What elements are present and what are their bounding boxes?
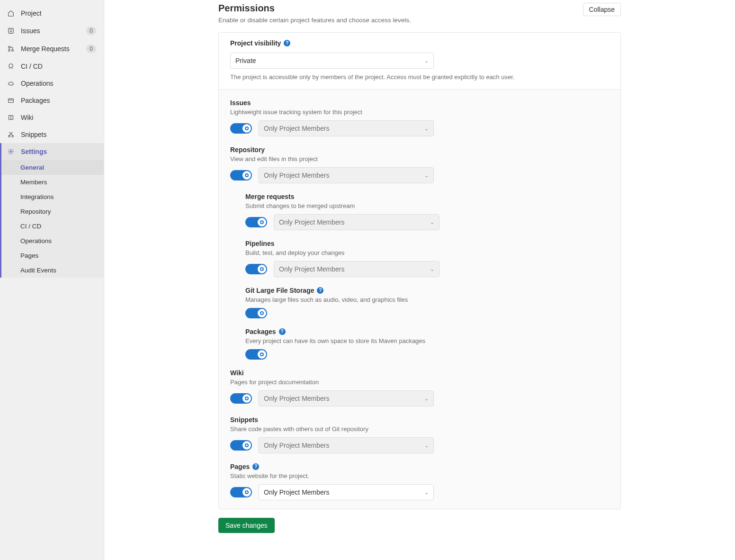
chevron-down-icon: ⌄	[430, 219, 434, 226]
page-title: Permissions	[218, 3, 411, 14]
subnav-repository[interactable]: Repository	[1, 204, 104, 219]
subnav-audit-events[interactable]: Audit Events	[1, 263, 104, 278]
select-value: Only Project Members	[264, 395, 329, 402]
snippets-toggle[interactable]	[230, 440, 252, 451]
cloud-icon	[8, 80, 17, 87]
sidebar-item-packages[interactable]: Packages	[0, 92, 104, 109]
subnav-pages[interactable]: Pages	[1, 248, 104, 263]
help-icon[interactable]: ?	[317, 287, 323, 294]
visibility-select[interactable]: Private ⌄	[230, 53, 434, 69]
svg-point-7	[10, 151, 12, 153]
issues-desc: Lightweight issue tracking system for th…	[230, 108, 609, 116]
issues-toggle[interactable]	[230, 123, 252, 134]
sidebar-item-settings[interactable]: Settings	[0, 143, 104, 160]
lfs-desc: Manages large files such as audio, video…	[245, 296, 609, 303]
package-icon	[8, 97, 17, 104]
repository-toggle[interactable]	[230, 170, 252, 181]
wiki-toggle[interactable]	[230, 393, 252, 404]
collapse-button[interactable]: Collapse	[583, 3, 621, 16]
select-value: Only Project Members	[264, 172, 329, 179]
snippets-desc: Share code pastes with others out of Git…	[230, 425, 609, 433]
page-subtitle: Enable or disable certain project featur…	[218, 17, 411, 24]
sidebar-badge: 0	[86, 45, 96, 53]
wiki-title: Wiki	[230, 369, 244, 377]
svg-point-3	[12, 50, 14, 52]
sidebar-item-label: Operations	[21, 80, 96, 87]
sidebar-item-label: Wiki	[21, 114, 96, 121]
wiki-desc: Pages for project documentation	[230, 379, 609, 386]
sidebar-item-issues[interactable]: Issues 0	[0, 22, 104, 40]
sidebar-item-label: Snippets	[21, 131, 96, 138]
pipelines-access-select[interactable]: Only Project Members ⌄	[274, 261, 439, 277]
chevron-down-icon: ⌄	[424, 58, 429, 64]
select-value: Only Project Members	[264, 488, 329, 496]
subnav-members[interactable]: Members	[1, 175, 104, 190]
issues-title: Issues	[230, 99, 251, 107]
sidebar-item-snippets[interactable]: Snippets	[0, 126, 104, 143]
merge-icon	[8, 45, 17, 53]
pipelines-desc: Build, test, and deploy your changes	[245, 249, 609, 256]
repository-desc: View and edit files in this project	[230, 155, 609, 163]
select-value: Only Project Members	[264, 442, 329, 449]
sidebar-item-cicd[interactable]: CI / CD	[0, 58, 104, 75]
select-value: Only Project Members	[279, 265, 344, 273]
chevron-down-icon: ⌄	[424, 489, 429, 496]
select-value: Private	[235, 57, 256, 64]
chevron-down-icon: ⌄	[424, 172, 429, 179]
svg-rect-4	[9, 99, 14, 103]
sidebar-item-label: Issues	[21, 27, 86, 35]
gear-icon	[8, 148, 17, 155]
mr-desc: Submit changes to be merged upstream	[245, 202, 609, 209]
sidebar-item-label: Packages	[21, 97, 96, 104]
sidebar: Project Issues 0 Merge Requests 0 CI / C…	[0, 0, 104, 560]
wiki-access-select[interactable]: Only Project Members ⌄	[259, 390, 434, 406]
save-changes-button[interactable]: Save changes	[218, 518, 275, 533]
sidebar-item-label: Merge Requests	[21, 45, 86, 53]
issues-access-select[interactable]: Only Project Members ⌄	[259, 120, 434, 136]
visibility-title: Project visibility	[230, 39, 281, 47]
repository-access-select[interactable]: Only Project Members ⌄	[259, 167, 434, 183]
sidebar-badge: 0	[86, 27, 96, 35]
sidebar-item-merge-requests[interactable]: Merge Requests 0	[0, 40, 104, 58]
snippets-title: Snippets	[230, 416, 258, 424]
help-icon[interactable]: ?	[279, 328, 286, 335]
sidebar-subnav: General Members Integrations Repository …	[0, 160, 104, 278]
help-icon[interactable]: ?	[252, 463, 259, 470]
packages-desc: Every project can have its own space to …	[245, 337, 609, 344]
subnav-operations[interactable]: Operations	[1, 234, 104, 248]
svg-point-2	[9, 50, 10, 52]
sidebar-item-wiki[interactable]: Wiki	[0, 109, 104, 126]
svg-point-5	[9, 135, 10, 137]
select-value: Only Project Members	[279, 218, 344, 226]
lfs-toggle[interactable]	[245, 308, 267, 318]
sidebar-item-project[interactable]: Project	[0, 5, 104, 22]
chevron-down-icon: ⌄	[424, 443, 429, 449]
subnav-general[interactable]: General	[1, 160, 104, 175]
svg-rect-0	[9, 28, 14, 34]
pages-access-select[interactable]: Only Project Members ⌄	[259, 484, 434, 500]
help-icon[interactable]: ?	[284, 40, 290, 46]
mr-access-select[interactable]: Only Project Members ⌄	[274, 214, 439, 230]
mr-toggle[interactable]	[245, 217, 267, 227]
subnav-cicd[interactable]: CI / CD	[1, 219, 104, 234]
snippets-access-select[interactable]: Only Project Members ⌄	[259, 437, 434, 453]
chevron-down-icon: ⌄	[430, 266, 434, 272]
pipelines-toggle[interactable]	[245, 264, 267, 274]
pages-toggle[interactable]	[230, 487, 252, 497]
repository-title: Repository	[230, 146, 265, 154]
home-icon	[8, 9, 17, 17]
subnav-integrations[interactable]: Integrations	[1, 190, 104, 204]
chevron-down-icon: ⌄	[424, 396, 429, 402]
pipelines-title: Pipelines	[245, 240, 274, 247]
sidebar-item-label: CI / CD	[21, 63, 96, 70]
packages-toggle[interactable]	[245, 349, 267, 360]
sidebar-item-label: Settings	[21, 148, 96, 155]
packages-title: Packages	[245, 328, 276, 335]
rocket-icon	[8, 63, 17, 70]
lfs-title: Git Large File Storage	[245, 287, 314, 294]
sidebar-item-operations[interactable]: Operations	[0, 75, 104, 92]
svg-point-6	[12, 135, 14, 137]
select-value: Only Project Members	[264, 125, 329, 132]
snippets-icon	[8, 131, 17, 138]
mr-title: Merge requests	[245, 193, 294, 200]
